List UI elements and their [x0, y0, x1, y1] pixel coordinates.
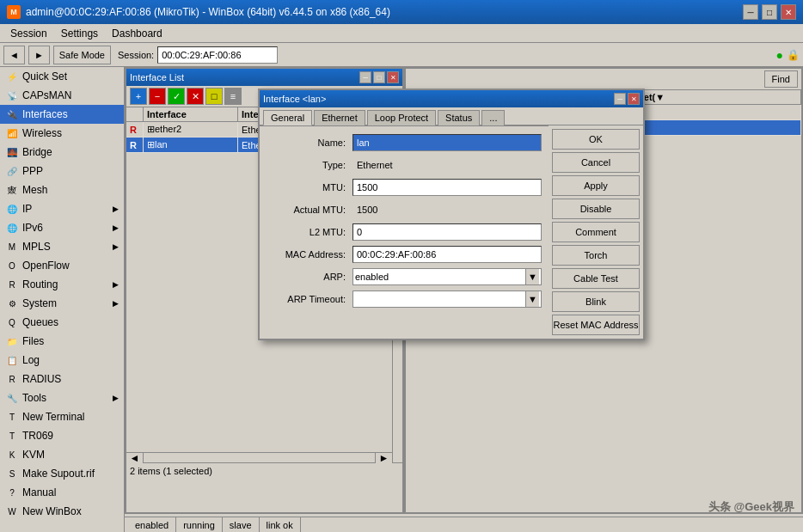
reset-mac-button[interactable]: Reset MAC Address: [552, 315, 640, 335]
add-button[interactable]: +: [130, 88, 147, 105]
sidebar-label-wireless: Wireless: [22, 127, 62, 139]
sidebar-label-ipv6: IPv6: [22, 222, 43, 234]
sidebar-item-routing[interactable]: R Routing ▶: [0, 275, 124, 294]
tab-status[interactable]: Status: [438, 110, 480, 125]
sidebar-item-tools[interactable]: 🔧 Tools ▶: [0, 388, 124, 407]
arp-timeout-select[interactable]: ▼: [352, 290, 542, 308]
sidebar-item-make-supout[interactable]: S Make Supout.rif: [0, 464, 124, 483]
sidebar-item-bridge[interactable]: 🌉 Bridge: [0, 143, 124, 162]
sidebar-item-kvm[interactable]: K KVM: [0, 445, 124, 464]
sidebar-item-mesh[interactable]: 🕸 Mesh: [0, 180, 124, 199]
sidebar-item-radius[interactable]: R RADIUS: [0, 370, 124, 388]
sidebar-label-make-supout: Make Supout.rif: [22, 468, 95, 480]
sidebar-item-manual[interactable]: ? Manual: [0, 483, 124, 502]
ifl-maximize[interactable]: □: [373, 71, 385, 83]
maximize-button[interactable]: □: [762, 4, 777, 20]
sidebar-item-files[interactable]: 📁 Files: [0, 332, 124, 351]
right-panel-header: Find: [406, 69, 801, 90]
status-enabled: enabled: [128, 517, 176, 532]
app-icon: M: [7, 5, 21, 19]
interface-dialog: Interface <lan> ─ ✕ General Ethernet Loo…: [258, 89, 645, 340]
info-button[interactable]: □: [205, 88, 223, 105]
apply-button[interactable]: Apply: [552, 175, 640, 196]
type-label: Type:: [267, 160, 352, 170]
sidebar-label-openflow: OpenFlow: [22, 260, 70, 272]
tab-more[interactable]: ...: [481, 110, 505, 125]
watermark: 头条 @Geek视界: [708, 499, 794, 515]
mac-label: MAC Address:: [267, 249, 352, 260]
mtu-input[interactable]: [352, 179, 542, 196]
sidebar-label-capsman: CAPsMAN: [22, 89, 71, 101]
sidebar-item-ppp[interactable]: 🔗 PPP: [0, 162, 124, 180]
sidebar-item-ip[interactable]: 🌐 IP ▶: [0, 199, 124, 218]
mac-field-row: MAC Address:: [267, 245, 542, 264]
row-flag: R: [126, 138, 144, 152]
menu-dashboard[interactable]: Dashboard: [105, 26, 169, 41]
arp-label: ARP:: [267, 272, 352, 282]
delete-button[interactable]: ✕: [187, 88, 204, 105]
arp-select[interactable]: enabled ▼: [352, 268, 542, 285]
sidebar-item-tr069[interactable]: T TR069: [0, 426, 124, 445]
sidebar-item-ipv6[interactable]: 🌐 IPv6 ▶: [0, 218, 124, 237]
forward-button[interactable]: ►: [28, 46, 50, 64]
log-icon: 📋: [5, 353, 19, 367]
sidebar-item-mpls[interactable]: M MPLS ▶: [0, 237, 124, 256]
supout-icon: S: [5, 467, 19, 480]
tab-loop-protect[interactable]: Loop Protect: [367, 110, 436, 125]
blink-button[interactable]: Blink: [552, 291, 640, 312]
comment-button[interactable]: Comment: [552, 222, 640, 242]
ifl-minimize[interactable]: ─: [359, 71, 371, 83]
cancel-button[interactable]: Cancel: [552, 152, 640, 173]
sidebar-item-quickset[interactable]: ⚡ Quick Set: [0, 67, 124, 86]
modal-minimize[interactable]: ─: [614, 93, 626, 105]
sidebar-label-bridge: Bridge: [22, 146, 52, 158]
sidebar-item-capsman[interactable]: 📡 CAPsMAN: [0, 86, 124, 105]
sidebar-item-openflow[interactable]: O OpenFlow: [0, 256, 124, 275]
cable-test-button[interactable]: Cable Test: [552, 268, 640, 289]
l2mtu-input[interactable]: [352, 223, 542, 241]
name-input[interactable]: [352, 134, 542, 151]
minimize-button[interactable]: ─: [743, 4, 758, 20]
menu-settings[interactable]: Settings: [54, 26, 105, 41]
radius-icon: R: [5, 372, 19, 386]
sidebar-item-wireless[interactable]: 📶 Wireless: [0, 124, 124, 143]
torch-button[interactable]: Torch: [552, 245, 640, 266]
sidebar-item-new-winbox[interactable]: W New WinBox: [0, 502, 124, 521]
sidebar-label-system: System: [22, 297, 57, 309]
arp-arrow[interactable]: ▼: [525, 269, 539, 284]
sidebar-item-log[interactable]: 📋 Log: [0, 351, 124, 370]
modal-close[interactable]: ✕: [628, 93, 640, 105]
quickset-icon: ⚡: [5, 70, 19, 83]
back-button[interactable]: ◄: [3, 46, 25, 64]
sidebar-label-quickset: Quick Set: [22, 70, 67, 83]
close-button[interactable]: ✕: [781, 4, 796, 20]
queues-icon: Q: [5, 315, 19, 329]
mac-input[interactable]: [352, 246, 542, 263]
name-field-row: Name:: [267, 133, 542, 152]
ifl-close[interactable]: ✕: [387, 71, 399, 83]
sidebar-item-new-terminal[interactable]: T New Terminal: [0, 407, 124, 426]
edit-button[interactable]: ✓: [168, 88, 185, 105]
sidebar-item-system[interactable]: ⚙ System ▶: [0, 294, 124, 313]
ipv6-arrow: ▶: [113, 223, 119, 232]
sidebar-item-queues[interactable]: Q Queues: [0, 313, 124, 332]
mesh-icon: 🕸: [5, 183, 19, 197]
wireless-icon: 📶: [5, 126, 19, 140]
safe-mode-button[interactable]: Safe Mode: [53, 46, 111, 64]
content-area: Interface List ─ □ ✕ + − ✓ ✕ □ ≡ Interfa…: [125, 67, 803, 532]
filter-button[interactable]: ≡: [224, 88, 242, 105]
ok-button[interactable]: OK: [552, 129, 640, 150]
find-button[interactable]: Find: [764, 70, 798, 88]
dialog-buttons-panel: OK Cancel Apply Disable Comment Torch Ca…: [549, 125, 643, 339]
tab-ethernet[interactable]: Ethernet: [314, 110, 365, 125]
l2mtu-field-row: L2 MTU:: [267, 223, 542, 242]
menu-session[interactable]: Session: [3, 26, 54, 41]
sidebar-item-interfaces[interactable]: 🔌 Interfaces: [0, 105, 124, 124]
disable-button[interactable]: Disable: [552, 199, 640, 219]
arp-timeout-arrow[interactable]: ▼: [525, 291, 539, 307]
tab-general[interactable]: General: [263, 110, 312, 125]
sidebar-label-ip: IP: [22, 203, 32, 215]
remove-button[interactable]: −: [149, 88, 166, 105]
status-running: running: [176, 517, 223, 532]
tr069-icon: T: [5, 429, 19, 443]
